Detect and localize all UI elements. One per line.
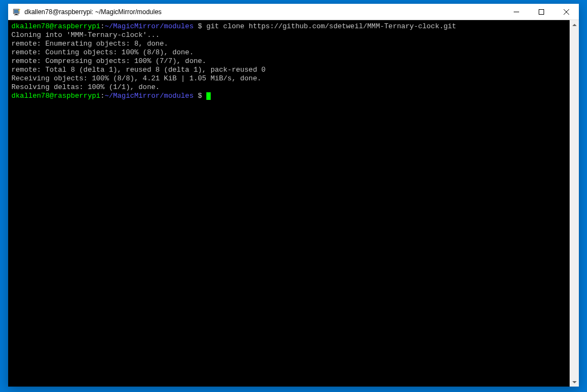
scrollbar[interactable] xyxy=(570,20,579,387)
window-controls xyxy=(504,4,579,20)
prompt-line-2: dkallen78@raspberrypi:~/MagicMirror/modu… xyxy=(11,92,566,100)
scrollbar-track[interactable] xyxy=(570,29,579,377)
prompt-dollar: $ xyxy=(193,92,206,100)
prompt-user: dkallen78@raspberrypi xyxy=(11,22,100,30)
putty-window: dkallen78@raspberrypi: ~/MagicMirror/mod… xyxy=(8,4,579,387)
scrollbar-down-arrow[interactable] xyxy=(570,377,579,387)
prompt-dollar: $ xyxy=(193,22,206,30)
output-line: remote: Enumerating objects: 8, done. xyxy=(11,40,566,48)
cursor xyxy=(206,92,211,100)
terminal-container: dkallen78@raspberrypi:~/MagicMirror/modu… xyxy=(8,20,579,387)
svg-marker-9 xyxy=(572,24,577,26)
output-line: Resolving deltas: 100% (1/1), done. xyxy=(11,83,566,92)
svg-rect-1 xyxy=(14,10,18,13)
minimize-button[interactable] xyxy=(504,4,529,20)
output-line: Cloning into 'MMM-Ternary-clock'... xyxy=(11,31,566,40)
command-text: git clone https://github.com/sdetweil/MM… xyxy=(206,22,456,30)
output-line: remote: Compressing objects: 100% (7/7),… xyxy=(11,57,566,66)
output-line: remote: Counting objects: 100% (8/8), do… xyxy=(11,48,566,57)
prompt-path: ~/MagicMirror/modules xyxy=(105,22,194,30)
svg-marker-10 xyxy=(572,381,577,383)
svg-rect-2 xyxy=(15,14,17,15)
prompt-path: ~/MagicMirror/modules xyxy=(105,92,194,100)
titlebar[interactable]: dkallen78@raspberrypi: ~/MagicMirror/mod… xyxy=(8,4,579,20)
window-title: dkallen78@raspberrypi: ~/MagicMirror/mod… xyxy=(24,8,504,16)
svg-rect-3 xyxy=(14,15,18,15)
scrollbar-up-arrow[interactable] xyxy=(570,20,579,29)
prompt-line-1: dkallen78@raspberrypi:~/MagicMirror/modu… xyxy=(11,22,566,31)
maximize-button[interactable] xyxy=(529,4,554,20)
output-line: Receiving objects: 100% (8/8), 4.21 KiB … xyxy=(11,74,566,83)
output-line: remote: Total 8 (delta 1), reused 8 (del… xyxy=(11,66,566,74)
terminal[interactable]: dkallen78@raspberrypi:~/MagicMirror/modu… xyxy=(8,20,570,387)
prompt-colon: : xyxy=(100,22,105,30)
prompt-colon: : xyxy=(100,92,105,100)
prompt-user: dkallen78@raspberrypi xyxy=(11,92,100,100)
svg-rect-6 xyxy=(539,9,544,14)
putty-icon xyxy=(12,8,21,16)
close-button[interactable] xyxy=(554,4,579,20)
